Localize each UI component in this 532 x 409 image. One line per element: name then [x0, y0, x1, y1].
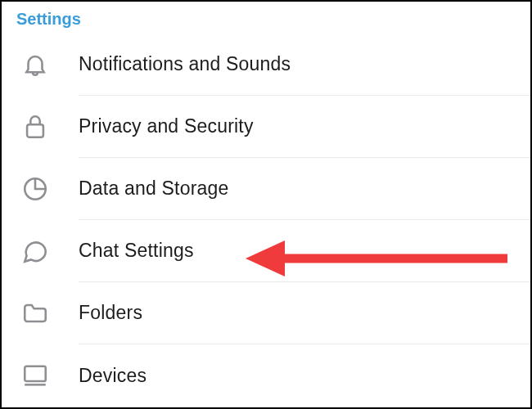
settings-item-label: Devices	[79, 344, 530, 407]
settings-item-label: Privacy and Security	[79, 96, 530, 158]
settings-item-data[interactable]: Data and Storage	[2, 158, 530, 220]
device-icon	[21, 362, 79, 389]
svg-rect-0	[27, 124, 43, 137]
settings-page: Settings Notifications and Sounds Privac…	[0, 0, 532, 409]
settings-item-chat[interactable]: Chat Settings	[2, 220, 530, 282]
settings-item-notifications[interactable]: Notifications and Sounds	[2, 34, 530, 96]
folder-icon	[21, 299, 79, 327]
settings-item-folders[interactable]: Folders	[2, 282, 530, 344]
settings-item-label: Folders	[79, 282, 530, 344]
page-title: Settings	[16, 10, 516, 29]
chat-icon	[21, 237, 79, 265]
settings-list: Notifications and Sounds Privacy and Sec…	[2, 34, 530, 407]
settings-item-privacy[interactable]: Privacy and Security	[2, 96, 530, 158]
settings-header: Settings	[2, 2, 530, 34]
settings-item-label: Chat Settings	[79, 220, 530, 282]
lock-icon	[21, 113, 79, 141]
svg-rect-2	[25, 366, 46, 381]
settings-item-label: Data and Storage	[79, 158, 530, 220]
settings-item-label: Notifications and Sounds	[79, 34, 530, 96]
settings-item-devices[interactable]: Devices	[2, 344, 530, 407]
bell-icon	[21, 51, 79, 79]
pie-icon	[21, 175, 79, 203]
